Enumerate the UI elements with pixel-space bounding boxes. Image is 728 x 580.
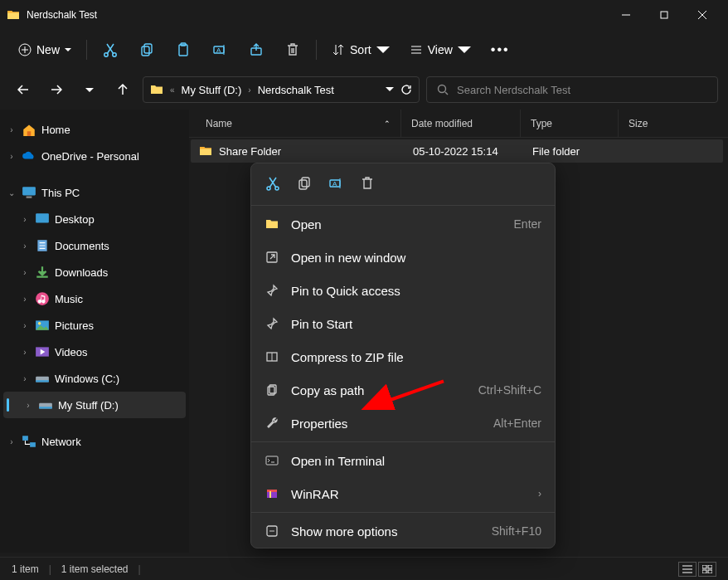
sidebar-item-videos[interactable]: › Videos <box>0 339 189 365</box>
music-icon <box>35 291 50 306</box>
window-title: Nerdschalk Test <box>27 9 607 21</box>
svg-rect-14 <box>27 197 32 198</box>
svg-point-32 <box>267 187 270 190</box>
svg-rect-29 <box>708 565 712 568</box>
ctx-open-terminal[interactable]: Open in Terminal <box>251 444 555 477</box>
caret-icon: › <box>7 437 17 446</box>
refresh-icon[interactable] <box>400 84 412 95</box>
search-input[interactable]: Search Nerdschalk Test <box>426 76 718 103</box>
new-button[interactable]: New <box>10 38 80 61</box>
up-button[interactable] <box>109 76 136 103</box>
sidebar-label: Home <box>41 124 70 136</box>
status-selected: 1 item selected <box>61 563 129 575</box>
separator <box>251 205 555 206</box>
svg-point-3 <box>113 53 116 56</box>
sidebar-item-windows-c[interactable]: › Windows (C:) <box>0 365 189 392</box>
sidebar-item-music[interactable]: › Music <box>0 285 189 312</box>
drive-icon <box>38 397 53 412</box>
sidebar-item-downloads[interactable]: › Downloads <box>0 259 189 285</box>
table-row[interactable]: Share Folder 05-10-2022 15:14 File folde… <box>191 139 723 163</box>
svg-rect-5 <box>144 44 152 53</box>
svg-text:A: A <box>216 46 221 54</box>
ctx-copy-path[interactable]: Copy as path Ctrl+Shift+C <box>251 373 555 407</box>
thumbnails-view-button[interactable] <box>698 562 716 577</box>
copy-icon[interactable] <box>296 175 313 192</box>
ctx-pin-quick-access[interactable]: Pin to Quick access <box>251 274 555 307</box>
more-button[interactable]: ••• <box>483 37 518 62</box>
copy-path-icon <box>265 383 279 397</box>
column-date[interactable]: Date modified <box>401 110 521 137</box>
caret-icon: › <box>20 374 30 383</box>
separator: | <box>138 563 141 575</box>
rename-icon[interactable]: A <box>203 35 236 65</box>
breadcrumb-2[interactable]: Nerdschalk Test <box>258 84 334 96</box>
row-name: Share Folder <box>219 145 281 158</box>
svg-rect-35 <box>302 178 309 187</box>
sidebar-item-pictures[interactable]: › Pictures <box>0 312 189 339</box>
column-name[interactable]: Name ⌃ <box>189 110 401 137</box>
share-icon[interactable] <box>240 35 273 65</box>
caret-icon: › <box>20 348 30 357</box>
svg-rect-25 <box>39 407 52 408</box>
caret-icon: › <box>20 321 30 330</box>
details-view-button[interactable] <box>678 562 696 577</box>
svg-rect-17 <box>36 276 48 278</box>
maximize-button[interactable] <box>645 2 683 28</box>
svg-rect-27 <box>30 442 36 447</box>
caret-icon: › <box>20 268 30 277</box>
monitor-icon <box>22 185 36 200</box>
address-bar[interactable]: « My Stuff (D:) › Nerdschalk Test <box>143 76 420 103</box>
svg-rect-23 <box>36 380 49 382</box>
ctx-compress-zip[interactable]: Compress to ZIP file <box>251 340 555 373</box>
sidebar-item-onedrive[interactable]: › OneDrive - Personal <box>0 143 189 169</box>
svg-rect-12 <box>27 131 32 136</box>
paste-icon[interactable] <box>167 35 200 65</box>
breadcrumb-1[interactable]: My Stuff (D:) <box>182 84 242 96</box>
sidebar-item-documents[interactable]: › Documents <box>0 232 189 259</box>
ctx-open-new-window[interactable]: Open in new window <box>251 241 555 274</box>
minimize-button[interactable] <box>607 2 645 28</box>
desktop-icon <box>35 212 50 227</box>
svg-rect-0 <box>661 12 667 18</box>
ctx-open[interactable]: Open Enter <box>251 207 555 241</box>
ctx-pin-start[interactable]: Pin to Start <box>251 307 555 340</box>
separator <box>251 512 555 513</box>
status-items: 1 item <box>12 563 39 575</box>
ctx-winrar[interactable]: WinRAR › <box>251 477 555 510</box>
folder-icon <box>7 8 20 22</box>
sidebar-label: Pictures <box>55 319 94 332</box>
chevron-right-icon: › <box>248 85 250 95</box>
view-button[interactable]: View <box>401 38 479 61</box>
svg-point-33 <box>275 187 279 190</box>
column-size[interactable]: Size <box>619 110 728 137</box>
sidebar-item-mystuff-d[interactable]: › My Stuff (D:) <box>3 392 186 418</box>
recent-button[interactable] <box>76 76 103 103</box>
sidebar-item-desktop[interactable]: › Desktop <box>0 206 189 232</box>
chevron-down-icon[interactable] <box>386 85 394 94</box>
delete-icon[interactable] <box>276 35 309 65</box>
sort-button[interactable]: Sort <box>323 38 398 61</box>
copy-icon[interactable] <box>130 35 163 65</box>
close-button[interactable] <box>683 2 721 28</box>
svg-rect-30 <box>702 570 706 573</box>
ctx-label: Open in new window <box>291 251 541 265</box>
view-label: View <box>428 43 453 56</box>
back-button[interactable] <box>10 76 36 103</box>
forward-button[interactable] <box>43 76 70 103</box>
context-menu: A Open Enter Open in new window Pin to Q… <box>250 163 556 548</box>
sidebar-item-thispc[interactable]: ⌄ This PC <box>0 179 189 206</box>
delete-icon[interactable] <box>359 175 376 192</box>
rename-icon[interactable]: A <box>328 175 344 192</box>
sidebar-item-network[interactable]: › Network <box>0 428 189 455</box>
cut-icon[interactable] <box>94 35 127 65</box>
column-type[interactable]: Type <box>521 110 619 137</box>
search-placeholder: Search Nerdschalk Test <box>457 84 570 96</box>
caret-icon: › <box>7 125 17 134</box>
ctx-label: Properties <box>291 417 482 431</box>
ctx-properties[interactable]: Properties Alt+Enter <box>251 407 555 440</box>
svg-rect-34 <box>299 180 307 189</box>
sidebar-item-home[interactable]: › Home <box>0 116 189 143</box>
sidebar-label: My Stuff (D:) <box>58 399 119 412</box>
ctx-show-more[interactable]: Show more options Shift+F10 <box>251 514 555 548</box>
cut-icon[interactable] <box>265 175 281 192</box>
